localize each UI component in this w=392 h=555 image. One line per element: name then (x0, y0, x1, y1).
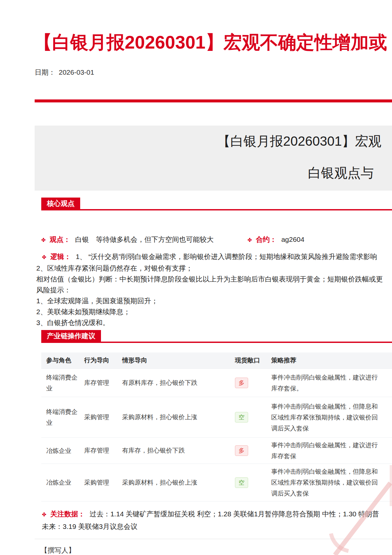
cell-exposure: 空 (230, 477, 266, 488)
cell-scenario: 有库存，担心银价下跌 (117, 446, 230, 455)
cell-strategy: 事件冲击削弱白银金融属性，建议进行库存套保 (266, 440, 392, 462)
table-header-cell: 行为导向 (79, 356, 117, 365)
focus-data-block: ✤关注数据：过去：1.14 关键矿产暂缓加征关税 利空；1.28 美联储1月暂停… (36, 508, 379, 533)
clover-bullet-icon: ✤ (247, 237, 252, 243)
table-row: 冶炼企业采购管理采购原材料，担心银价上涨空事件冲击削弱白银金融属性，但降息和区域… (41, 464, 392, 501)
section-core-underline (41, 209, 392, 210)
focus-line-past: ✤关注数据：过去：1.14 关键矿产暂缓加征关税 利空；1.28 美联储1月暂停… (36, 508, 379, 521)
viewpoint-label: 观点： (49, 236, 70, 243)
contract-value: ag2604 (281, 236, 304, 243)
strategy-line: 调后买入套保 (271, 488, 392, 499)
contract-label: 合约： (256, 236, 277, 243)
logic-line: 风险提示： (36, 284, 383, 295)
report-page: 【白银月报20260301】宏观不确定性增加或 日期：2026-03-01 【白… (0, 0, 392, 555)
clover-bullet-icon: ✤ (42, 254, 46, 260)
logic-block: ✤逻辑：1、 “沃什交易”削弱白银金融需求，影响银价进入调整阶段；短期地缘和政策… (36, 251, 383, 328)
logic-line: 2、美联储未如预期继续降息； (36, 306, 383, 317)
logic-line: 相对估值（金银比）判断：中长期预计降息阶段金银比以上升为主影响后市白银表现弱于黄… (36, 274, 383, 284)
exposure-tag: 多 (235, 378, 248, 388)
table-row: 终端消费企业库存管理有原料库存，担心银价下跌多事件冲击削弱白银金融属性，建议进行… (41, 369, 392, 397)
strategy-line: 区域性库存紧张预期持续，建议银价回 (271, 477, 392, 488)
logic-line: 2、区域性库存紧张问题仍然存在，对银价有支撑； (36, 263, 383, 274)
date-value: 2026-03-01 (59, 68, 94, 76)
cell-role: 冶炼企业 (41, 445, 79, 456)
cell-strategy: 事件冲击削弱白银金融属性，建议进行库存套保。 (266, 372, 392, 394)
suggestion-table-body: 终端消费企业库存管理有原料库存，担心银价下跌多事件冲击削弱白银金融属性，建议进行… (41, 369, 392, 501)
strategy-line: 区域性库存紧张预期持续，建议银价回 (271, 412, 392, 423)
viewpoint-value: 白银 等待做多机会，但下方空间也可能较大 (75, 236, 213, 243)
cell-scenario: 采购原材料，担心银价上涨 (117, 478, 230, 487)
report-date: 日期：2026-03-01 (35, 68, 94, 77)
table-header-row: 参与角色行为导向情形导向现货敞口策略推荐 (41, 352, 392, 369)
exposure-tag: 多 (235, 445, 248, 456)
logic-label: 逻辑： (50, 253, 71, 260)
cell-behavior: 采购管理 (79, 478, 117, 487)
strategy-line: 事件冲击削弱白银金融属性，但降息和 (271, 466, 392, 477)
cell-exposure: 多 (230, 445, 266, 456)
cell-strategy: 事件冲击削弱白银金融属性，但降息和区域性库存紧张预期持续，建议银价回调后买入套保 (266, 401, 392, 434)
banner-subtitle: 白银观点与 (308, 164, 374, 182)
page-title: 【白银月报20260301】宏观不确定性增加或 (34, 31, 387, 54)
author-label: 【撰写人】 (41, 546, 75, 555)
exposure-tag: 空 (235, 477, 248, 488)
bottom-divider (35, 539, 392, 539)
banner: 【白银月报20260301】宏观 白银观点与 (35, 126, 392, 191)
table-header-cell: 策略推荐 (266, 356, 392, 365)
viewpoint-row: ✤观点：白银 等待做多机会，但下方空间也可能较大 ✤合约：ag2604 (41, 235, 392, 244)
cell-exposure: 多 (230, 378, 266, 388)
logic-first-text: 1、 “沃什交易”削弱白银金融需求，影响银价进入调整阶段；短期地缘和政策风险推升… (76, 253, 377, 260)
contract-group: ✤合约：ag2604 (247, 235, 304, 244)
table-header-cell: 参与角色 (41, 356, 79, 365)
strategy-line: 事件冲击削弱白银金融属性，但降息和 (271, 401, 392, 412)
section-core-badge: 核心观点 (41, 198, 80, 209)
banner-title: 【白银月报20260301】宏观 (217, 132, 381, 150)
logic-line: 1、全球宏观降温，美国衰退预期回升； (36, 295, 383, 306)
clover-bullet-icon: ✤ (42, 512, 46, 517)
clover-bullet-icon: ✤ (41, 237, 46, 243)
cell-role: 终端消费企业 (41, 406, 79, 428)
cell-scenario: 有原料库存，担心银价下跌 (117, 379, 230, 387)
cell-scenario: 采购原材料，担心银价上涨 (117, 413, 230, 422)
cell-role: 终端消费企业 (41, 372, 79, 394)
strategy-line: 库存套保。 (271, 383, 392, 394)
cell-role: 冶炼企业 (41, 477, 79, 488)
strategy-line: 库存套保 (271, 451, 392, 462)
strategy-line: 事件冲击削弱白银金融属性，建议进行 (271, 440, 392, 451)
cell-behavior: 库存管理 (79, 446, 117, 455)
section-industry-badge: 产业链操作建议 (41, 330, 101, 342)
cell-strategy: 事件冲击削弱白银金融属性，但降息和区域性库存紧张预期持续，建议银价回调后买入套保 (266, 466, 392, 499)
table-row: 终端消费企业采购管理采购原材料，担心银价上涨空事件冲击削弱白银金融属性，但降息和… (41, 397, 392, 438)
section-industry-underline (41, 342, 392, 343)
focus-label: 关注数据： (50, 510, 85, 518)
strategy-line: 事件冲击削弱白银金融属性，建议进行 (271, 372, 392, 383)
logic-line: 3、白银挤仓情况缓和。 (36, 317, 383, 328)
date-label: 日期： (35, 68, 55, 76)
logic-line-first: ✤逻辑：1、 “沃什交易”削弱白银金融需求，影响银价进入调整阶段；短期地缘和政策… (36, 251, 383, 263)
table-header-cell: 情形导向 (117, 356, 230, 365)
focus-past-text: 过去：1.14 关键矿产暂缓加征关税 利空；1.28 美联储1月暂停降息符合预期… (89, 510, 379, 518)
focus-line-future: 未来：3.19 美联储3月议息会议 (42, 521, 379, 533)
logic-extra-lines: 2、区域性库存紧张问题仍然存在，对银价有支撑；相对估值（金银比）判断：中长期预计… (36, 263, 383, 328)
exposure-tag: 空 (235, 412, 248, 423)
top-red-divider (35, 99, 392, 102)
table-row: 冶炼企业库存管理有库存，担心银价下跌多事件冲击削弱白银金融属性，建议进行库存套保 (41, 438, 392, 464)
strategy-line: 调后买入套保 (271, 423, 392, 434)
cell-behavior: 采购管理 (79, 413, 117, 422)
suggestion-table: 参与角色行为导向情形导向现货敞口策略推荐 终端消费企业库存管理有原料库存，担心银… (41, 352, 392, 501)
cell-behavior: 库存管理 (79, 379, 117, 387)
cell-exposure: 空 (230, 412, 266, 423)
table-header-cell: 现货敞口 (230, 356, 266, 365)
